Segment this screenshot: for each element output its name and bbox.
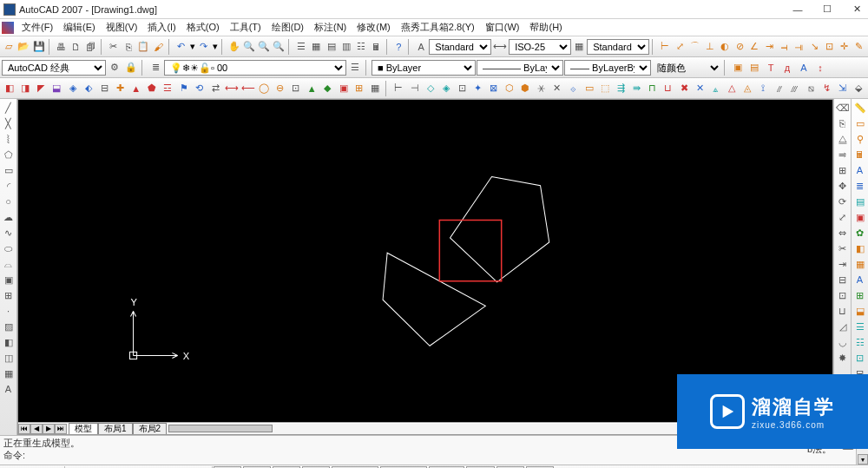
ellipse-icon[interactable]: ⬭	[2, 241, 16, 255]
explode-icon[interactable]: ✸	[836, 351, 850, 365]
yx-43-icon[interactable]: ✖	[676, 81, 691, 96]
menu-yanxiu[interactable]: 燕秀工具箱2.8(Y)	[396, 19, 480, 36]
rotate-icon[interactable]: ⟳	[836, 194, 850, 208]
plotprev-icon[interactable]: ⊡	[853, 351, 867, 365]
polyline-icon[interactable]: ⦚	[2, 132, 16, 146]
pan-icon[interactable]: ✋	[227, 39, 241, 55]
plot-preview-icon[interactable]: 🗋	[69, 39, 83, 55]
paste-icon[interactable]: 📋	[136, 39, 150, 55]
dim-style-select[interactable]: ISO-25	[509, 39, 571, 55]
yx-15-icon[interactable]: ⟷	[224, 81, 240, 96]
dim-leader-icon[interactable]: ↘	[807, 39, 821, 55]
yx-46-icon[interactable]: △	[724, 81, 739, 96]
layer-select[interactable]: 💡❄☀🔓▫ 00	[164, 60, 346, 76]
yx-49-icon[interactable]: ⫽	[772, 81, 786, 96]
tab-last-icon[interactable]: ⏭	[55, 424, 67, 434]
menu-dimension[interactable]: 标注(N)	[309, 19, 352, 36]
yx-21-icon[interactable]: ◆	[320, 81, 335, 96]
dim-edit-icon[interactable]: ✎	[852, 39, 866, 55]
menu-view[interactable]: 视图(V)	[101, 19, 143, 36]
print-icon[interactable]: 🖶	[54, 39, 68, 55]
yx-42-icon[interactable]: ⊔	[661, 81, 675, 96]
open-icon[interactable]: 📂	[16, 39, 30, 55]
yx-29-icon[interactable]: ⊡	[455, 81, 470, 96]
region-icon[interactable]: ◫	[2, 351, 16, 365]
lineweight-select[interactable]: —— ByLayerByLayer	[564, 60, 651, 76]
yx-17-icon[interactable]: ◯	[257, 81, 272, 96]
tab-first-icon[interactable]: ⏮	[18, 424, 30, 434]
redo-dropdown-icon[interactable]: ▾	[212, 39, 219, 55]
quickcalc-icon[interactable]: 🖩	[369, 39, 383, 55]
tool-palettes-icon[interactable]: ▤	[325, 39, 339, 55]
rectangle-icon[interactable]: ▭	[2, 163, 16, 177]
dim-tol-icon[interactable]: ⊡	[822, 39, 836, 55]
plot-style-select[interactable]: 随颜色	[652, 60, 721, 76]
yx-37-icon[interactable]: ▭	[582, 81, 596, 96]
yx-4-icon[interactable]: ⬓	[49, 81, 64, 96]
yx-40-icon[interactable]: ⇛	[629, 81, 644, 96]
yx-50-icon[interactable]: ⫻	[787, 81, 802, 96]
yx-10-icon[interactable]: ⬟	[144, 81, 159, 96]
yx-24-icon[interactable]: ▦	[368, 81, 383, 96]
table-icon[interactable]: ▦	[2, 366, 16, 380]
minimize-button[interactable]: —	[790, 3, 806, 16]
join-icon[interactable]: ⊔	[836, 304, 850, 318]
match-icon[interactable]: A	[853, 163, 867, 177]
help-icon[interactable]: ?	[391, 39, 405, 55]
yx-5-icon[interactable]: ◈	[65, 81, 80, 96]
ws-settings-icon[interactable]: ⚙	[107, 60, 122, 76]
yanxiu-b-icon[interactable]: ▤	[746, 60, 762, 76]
array-icon[interactable]: ⊞	[836, 163, 850, 177]
dim-radius-icon[interactable]: ◐	[718, 39, 732, 55]
yx-6-icon[interactable]: ⬖	[81, 81, 95, 96]
yx-26-icon[interactable]: ⊣	[407, 81, 422, 96]
yanxiu-a-icon[interactable]: ▣	[730, 60, 746, 76]
text-style-select[interactable]: Standard	[429, 39, 491, 55]
yx-41-icon[interactable]: ⊓	[645, 81, 660, 96]
yx-11-icon[interactable]: ☲	[161, 81, 175, 96]
make-block-icon[interactable]: ⊞	[2, 288, 16, 302]
ellipse-arc-icon[interactable]: ⌓	[2, 257, 16, 271]
dist-icon[interactable]: 📏	[853, 101, 867, 115]
calc-icon[interactable]: 🖩	[853, 148, 867, 161]
publish-icon[interactable]: 🗐	[84, 39, 98, 55]
dim-quick-icon[interactable]: ⇥	[762, 39, 776, 55]
layerprop-icon[interactable]: A	[853, 273, 867, 287]
yx-3-icon[interactable]: ◤	[34, 81, 49, 96]
yx-1-icon[interactable]: ◧	[2, 81, 16, 96]
mirror-icon[interactable]: ⧋	[836, 132, 850, 146]
yx-45-icon[interactable]: ⟁	[708, 81, 723, 96]
cmd-scroll-down-icon[interactable]: ▾	[858, 454, 868, 465]
spline-icon[interactable]: ∿	[2, 226, 16, 240]
markup-icon[interactable]: ☷	[354, 39, 368, 55]
dwgprops-icon[interactable]: ☷	[853, 335, 867, 349]
menu-help[interactable]: 帮助(H)	[524, 19, 567, 36]
layer-prev-icon[interactable]: ☰	[347, 60, 363, 76]
yanxiu-d-icon[interactable]: д	[779, 60, 795, 76]
ws-lock-icon[interactable]: 🔒	[123, 60, 139, 76]
palettes-icon[interactable]: ▤	[853, 194, 867, 208]
yx-22-icon[interactable]: ▣	[336, 81, 351, 96]
tab-layout2[interactable]: 布局2	[133, 423, 168, 434]
yanxiu-e-icon[interactable]: A	[796, 60, 812, 76]
close-button[interactable]: ✕	[849, 3, 865, 16]
menu-insert[interactable]: 插入(I)	[142, 19, 181, 36]
dim-linear-icon[interactable]: ⊢	[658, 39, 672, 55]
yx-47-icon[interactable]: ◬	[740, 81, 755, 96]
insert-block-icon[interactable]: ▣	[2, 273, 16, 287]
yx-19-icon[interactable]: ⊡	[288, 81, 303, 96]
construction-line-icon[interactable]: ╳	[2, 116, 16, 130]
yx-48-icon[interactable]: ⟟	[756, 81, 771, 96]
tab-model[interactable]: 模型	[69, 423, 98, 434]
yx-38-icon[interactable]: ⬚	[597, 81, 612, 96]
tablestyle-icon[interactable]: ▦	[853, 257, 867, 271]
gradient-icon[interactable]: ◧	[2, 335, 16, 349]
menu-tools[interactable]: 工具(T)	[225, 19, 266, 36]
sheet-set-icon[interactable]: ▥	[339, 39, 353, 55]
properties-icon[interactable]: ☰	[294, 39, 308, 55]
polygon-icon[interactable]: ⬠	[2, 148, 16, 161]
arc-icon[interactable]: ◜	[2, 179, 16, 193]
menu-edit[interactable]: 编辑(E)	[58, 19, 101, 36]
fillet-icon[interactable]: ◡	[836, 335, 850, 349]
dim-base-icon[interactable]: ⫤	[778, 39, 792, 55]
